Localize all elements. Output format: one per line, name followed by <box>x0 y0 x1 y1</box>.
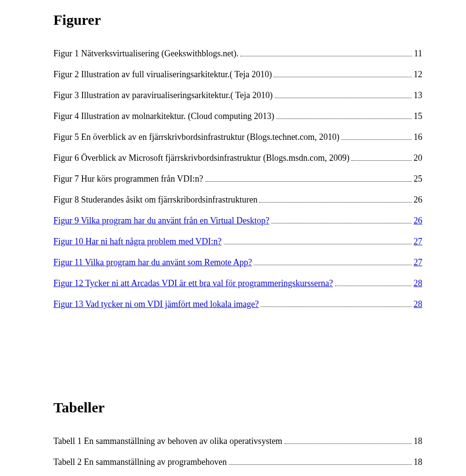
toc-label: Figur 12 Tycker ni att Arcadas VDI är et… <box>53 277 333 290</box>
toc-dot-leader <box>284 436 412 444</box>
toc-page-number: 26 <box>414 193 422 206</box>
toc-dot-leader <box>240 49 412 56</box>
toc-dot-leader <box>259 195 412 203</box>
toc-label: Figur 10 Har ni haft några problem med V… <box>53 235 222 248</box>
figures-toc-list: Figur 1 Nätverksvirtualisering (Geekswit… <box>53 47 422 311</box>
toc-label: Figur 3 Illustration av paravirualiserin… <box>53 89 273 102</box>
toc-dot-leader <box>229 457 412 465</box>
toc-row: Tabell 2 En sammanställning av programbe… <box>53 456 422 469</box>
toc-label: Tabell 2 En sammanställning av programbe… <box>53 456 227 469</box>
toc-label: Figur 8 Studerandes åsikt om fjärrskribo… <box>53 193 257 206</box>
toc-page-number: 27 <box>414 235 422 248</box>
toc-label: Tabell 1 En sammanställning av behoven a… <box>53 435 283 448</box>
toc-dot-leader <box>341 132 412 140</box>
toc-dot-leader <box>335 278 412 286</box>
toc-page-number: 26 <box>414 214 422 227</box>
toc-label: Figur 2 Illustration av full virualiseri… <box>53 68 272 81</box>
figures-heading: Figurer <box>53 9 422 31</box>
toc-label: Figur 4 Illustration av molnarkitektur. … <box>53 110 274 123</box>
toc-page-number: 13 <box>414 89 422 102</box>
toc-dot-leader <box>271 216 412 223</box>
toc-dot-leader <box>261 299 412 307</box>
toc-dot-leader <box>351 153 412 161</box>
toc-page-number: 28 <box>414 277 422 290</box>
toc-row: Figur 6 Överblick av Microsoft fjärrskri… <box>53 152 422 165</box>
tables-toc-list: Tabell 1 En sammanställning av behoven a… <box>53 435 422 469</box>
tables-heading: Tabeller <box>53 396 422 418</box>
toc-row[interactable]: Figur 12 Tycker ni att Arcadas VDI är et… <box>53 277 422 290</box>
toc-row[interactable]: Figur 9 Vilka program har du använt från… <box>53 214 422 227</box>
toc-row: Figur 4 Illustration av molnarkitektur. … <box>53 110 422 123</box>
toc-row: Figur 2 Illustration av full virualiseri… <box>53 68 422 81</box>
toc-label: Figur 11 Vilka program har du använt som… <box>53 256 252 269</box>
toc-label: Figur 1 Nätverksvirtualisering (Geekswit… <box>53 47 238 60</box>
toc-dot-leader <box>274 69 412 77</box>
toc-page-number: 16 <box>414 131 422 144</box>
toc-page-number: 15 <box>414 110 422 123</box>
toc-row: Figur 3 Illustration av paravirualiserin… <box>53 89 422 102</box>
toc-page-number: 12 <box>414 68 422 81</box>
toc-label: Figur 6 Överblick av Microsoft fjärrskri… <box>53 152 350 165</box>
toc-label: Figur 13 Vad tycker ni om VDI jämfört me… <box>53 298 259 311</box>
toc-label: Figur 5 En överblick av en fjärrskrivbor… <box>53 131 339 144</box>
toc-row: Figur 1 Nätverksvirtualisering (Geekswit… <box>53 47 422 60</box>
toc-row[interactable]: Figur 10 Har ni haft några problem med V… <box>53 235 422 248</box>
toc-dot-leader <box>275 90 412 98</box>
toc-row[interactable]: Figur 13 Vad tycker ni om VDI jämfört me… <box>53 298 422 311</box>
toc-label: Figur 9 Vilka program har du använt från… <box>53 214 269 227</box>
toc-row: Figur 8 Studerandes åsikt om fjärrskribo… <box>53 193 422 206</box>
toc-page-number: 27 <box>414 256 422 269</box>
toc-page-number: 20 <box>414 152 422 165</box>
toc-dot-leader <box>205 174 412 182</box>
toc-dot-leader <box>276 111 412 119</box>
toc-row[interactable]: Figur 11 Vilka program har du använt som… <box>53 256 422 269</box>
toc-label: Figur 7 Hur körs programmen från VDI:n? <box>53 172 203 186</box>
section-gap <box>53 319 422 396</box>
toc-dot-leader <box>224 237 412 244</box>
toc-page-number: 28 <box>414 298 422 311</box>
toc-row: Figur 5 En överblick av en fjärrskrivbor… <box>53 131 422 144</box>
toc-row: Figur 7 Hur körs programmen från VDI:n?2… <box>53 172 422 186</box>
toc-row: Tabell 1 En sammanställning av behoven a… <box>53 435 422 448</box>
toc-page-number: 18 <box>414 435 422 448</box>
toc-page-number: 18 <box>414 456 422 469</box>
toc-page-number: 25 <box>414 172 422 186</box>
toc-dot-leader <box>254 257 412 265</box>
toc-page-number: 11 <box>414 47 422 60</box>
